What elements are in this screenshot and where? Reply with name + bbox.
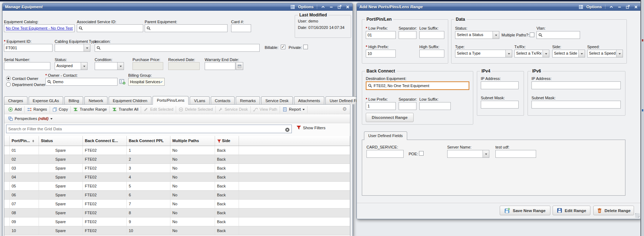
grid-row-04[interactable]: 04SpareFTE024NoBack xyxy=(4,172,350,181)
add-button[interactable]: Add xyxy=(6,106,25,113)
minimize-button[interactable] xyxy=(329,4,334,9)
side-select[interactable]: Select a Side xyxy=(552,50,585,57)
associated-service-id-input[interactable] xyxy=(77,24,143,32)
ipv4-mask-input[interactable] xyxy=(481,101,519,109)
clear-search-button[interactable] xyxy=(285,126,290,131)
warranty-end-date-input[interactable] xyxy=(205,62,235,70)
save-new-range-button[interactable]: Save New Range xyxy=(500,206,550,215)
department-owner-radio[interactable] xyxy=(6,82,11,87)
grid-row-03[interactable]: 03SpareFTE023NoBack xyxy=(4,164,350,172)
column-header-multiple-paths[interactable]: Multiple Paths xyxy=(170,136,215,146)
report-button[interactable]: Report xyxy=(280,106,308,113)
column-header-back-connect-e[interactable]: Back Connect E... xyxy=(83,136,126,146)
ipv4-address-input[interactable] xyxy=(481,81,519,89)
destination-equipment-input[interactable]: FTE02, No One Test Equipment xyxy=(366,81,469,90)
ipv6-mask-input[interactable] xyxy=(531,101,621,109)
card-service-input[interactable] xyxy=(366,150,404,158)
bc-separator-input[interactable] xyxy=(399,102,416,110)
bc-low-prefix-input[interactable]: 1 xyxy=(366,102,396,110)
collapse-button[interactable] xyxy=(320,4,325,9)
parent-equipment-input[interactable] xyxy=(145,24,228,32)
owner-contact-input[interactable]: Demo xyxy=(45,78,118,86)
tab-remarks[interactable]: Remarks xyxy=(236,96,260,104)
test-udf-input[interactable] xyxy=(495,150,536,158)
status-select[interactable]: Assigned xyxy=(55,62,88,70)
speed-select[interactable]: Select a Speed xyxy=(587,50,623,57)
collapse-button[interactable] xyxy=(609,4,614,9)
dropdown-arrow-icon[interactable] xyxy=(117,62,124,70)
column-header-side[interactable]: Side xyxy=(215,136,239,146)
date-picker-button[interactable] xyxy=(236,62,243,70)
high-suffix-input[interactable] xyxy=(419,50,444,57)
transfer-range-button[interactable]: Transfer Range xyxy=(71,106,110,113)
private-checkbox[interactable] xyxy=(303,45,308,49)
show-filters-button[interactable]: Show Filters xyxy=(296,125,325,130)
bc-low-suffix-input[interactable] xyxy=(419,102,451,110)
tab-network[interactable]: Network xyxy=(84,96,107,104)
equipment-catalog-link[interactable]: No One Test Equipment - No One Test Equ.… xyxy=(6,26,73,30)
grid-row-02[interactable]: 02SpareFTE022NoBack xyxy=(4,155,350,164)
tab-ports-pins-lens[interactable]: Ports/Pins/Lens xyxy=(153,96,189,105)
grid-settings-button[interactable]: ⚙ xyxy=(342,106,347,111)
separator-input[interactable] xyxy=(399,31,416,39)
column-header-back-connect-ppl[interactable]: Back Connect PPL xyxy=(126,136,170,146)
dropdown-arrow-icon[interactable] xyxy=(84,44,90,51)
tab-vlans[interactable]: VLans xyxy=(190,96,209,104)
dropdown-arrow-icon[interactable] xyxy=(543,50,549,57)
tab-billing[interactable]: Billing xyxy=(64,96,83,104)
server-name-select[interactable] xyxy=(447,150,489,158)
equipment-id-input[interactable]: FT001 xyxy=(4,44,53,52)
manage-equipment-titlebar[interactable]: Manage Equipment Options xyxy=(3,3,353,11)
ipv6-address-input[interactable] xyxy=(531,81,621,89)
dropdown-arrow-icon[interactable] xyxy=(483,150,489,157)
ranges-button[interactable]: Ranges xyxy=(25,106,50,113)
perspectives-button[interactable]: Perspectives (rdtd) xyxy=(6,115,55,122)
serial-number-input[interactable] xyxy=(4,62,50,70)
add-range-titlebar[interactable]: Add New Ports/Pins/Lens Range Options xyxy=(357,3,641,11)
transfer-all-button[interactable]: Transfer All xyxy=(110,106,141,113)
popout-button[interactable] xyxy=(625,4,630,9)
low-suffix-input[interactable] xyxy=(419,31,444,39)
close-button[interactable] xyxy=(345,4,350,9)
poe-checkbox[interactable] xyxy=(419,151,424,156)
tab-equipment-children[interactable]: Equipment Children xyxy=(109,96,152,104)
tab-service-desk[interactable]: Service Desk xyxy=(261,96,293,104)
delete-range-button[interactable]: Delete Range xyxy=(593,206,634,215)
disconnect-range-button[interactable]: Disconnect Range xyxy=(366,113,414,122)
grid-row-08[interactable]: 08SpareFTE028NoBack xyxy=(4,208,350,217)
contact-owner-radio[interactable] xyxy=(6,76,11,81)
column-header-status[interactable]: Status xyxy=(39,136,83,146)
add-contact-button[interactable] xyxy=(119,79,125,86)
dropdown-arrow-icon[interactable] xyxy=(505,50,512,57)
tab-user-defined-fields[interactable]: User Defined Fields xyxy=(364,131,407,140)
cabling-type-select[interactable] xyxy=(55,44,90,52)
column-header-port-pin[interactable]: Port/Pin... xyxy=(9,136,39,146)
location-input[interactable] xyxy=(95,44,260,52)
close-button[interactable] xyxy=(633,4,638,9)
grid-row-05[interactable]: 05SpareFTE025NoBack xyxy=(4,181,350,190)
dropdown-arrow-icon[interactable] xyxy=(493,31,499,39)
grid-row-10[interactable]: 10SpareFTE0210NoBack xyxy=(4,226,350,235)
txrx-select[interactable]: Select a Tx/Rx xyxy=(514,50,549,57)
multiple-paths-checkbox[interactable] xyxy=(530,32,534,37)
tab-attachments[interactable]: Attachments xyxy=(294,96,324,104)
grid-row-06[interactable]: 06SpareFTE026NoBack xyxy=(4,190,350,199)
dropdown-arrow-icon[interactable] xyxy=(616,50,623,57)
copy-button[interactable]: Copy xyxy=(50,106,71,113)
resize-grip[interactable] xyxy=(635,213,640,218)
status-select[interactable]: Select a Status xyxy=(455,31,499,39)
grid-search-input[interactable] xyxy=(6,125,292,133)
edit-range-button[interactable]: Edit Range xyxy=(553,206,590,215)
grid-row-09[interactable]: 09SpareFTE029NoBack xyxy=(4,217,350,226)
edit-pencil-icon[interactable] xyxy=(160,80,163,84)
condition-select[interactable] xyxy=(95,62,124,70)
minimize-button[interactable] xyxy=(617,4,622,9)
dropdown-arrow-icon[interactable] xyxy=(578,50,585,57)
tab-contacts[interactable]: Contacts xyxy=(211,96,235,104)
dropdown-arrow-icon[interactable] xyxy=(81,62,87,70)
high-prefix-input[interactable]: 10 xyxy=(366,50,396,57)
low-prefix-input[interactable]: 01 xyxy=(366,31,396,39)
grid-row-07[interactable]: 07SpareFTE027NoBack xyxy=(4,199,350,208)
grid-row-01[interactable]: 01SpareFTE021NoBack xyxy=(4,146,350,155)
card-number-input[interactable] xyxy=(231,24,251,32)
